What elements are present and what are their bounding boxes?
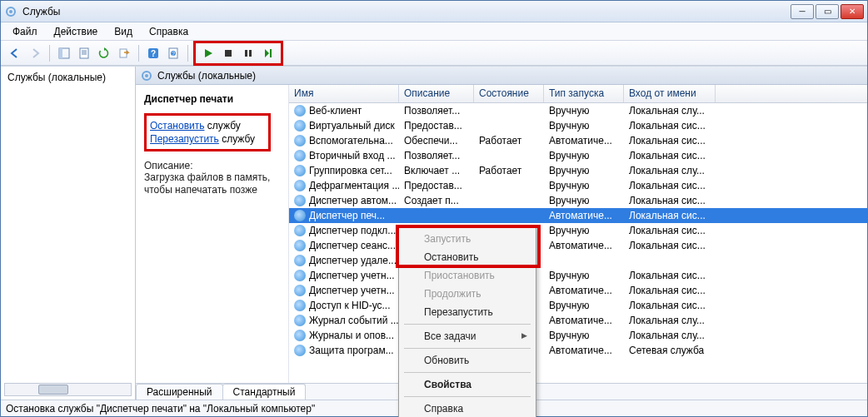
description-block: Описание: Загрузка файлов в память, чтоб… bbox=[144, 160, 282, 196]
cell-logon: Сетевая служба bbox=[624, 343, 716, 358]
stop-suffix: службу bbox=[205, 120, 241, 132]
cell-state bbox=[474, 208, 544, 223]
cm-separator bbox=[404, 372, 531, 373]
cm-all-tasks[interactable]: Все задачи bbox=[401, 327, 534, 345]
service-row[interactable]: Диспетчер автом...Создает п...ВручнуюЛок… bbox=[289, 193, 867, 208]
service-row[interactable]: Виртуальный дискПредостав...ВручнуюЛокал… bbox=[289, 118, 867, 133]
cell-startup: Вручную bbox=[544, 148, 624, 163]
service-row[interactable]: Диспетчер учетн...ВручнуюЛокальная сис..… bbox=[289, 268, 867, 283]
cell-name: Веб-клиент bbox=[289, 103, 399, 118]
cell-state bbox=[474, 118, 544, 133]
cell-logon: Локальная сис... bbox=[624, 178, 716, 193]
col-startup[interactable]: Тип запуска bbox=[544, 85, 624, 102]
cm-stop[interactable]: Остановить bbox=[401, 248, 534, 266]
col-description[interactable]: Описание bbox=[399, 85, 474, 102]
cm-start: Запустить bbox=[401, 230, 534, 248]
cell-startup: Автоматиче... bbox=[544, 283, 624, 298]
pause-service-button[interactable] bbox=[239, 44, 257, 62]
restart-suffix: службу bbox=[219, 133, 255, 145]
start-service-button[interactable] bbox=[199, 44, 217, 62]
forward-button[interactable] bbox=[26, 44, 44, 62]
service-row[interactable]: Защита програм...Автоматиче...Сетевая сл… bbox=[289, 343, 867, 358]
cell-name: Журнал событий ... bbox=[289, 313, 399, 328]
svg-rect-3 bbox=[59, 48, 62, 58]
service-row[interactable]: Диспетчер учетн...Автоматиче...Локальная… bbox=[289, 283, 867, 298]
menu-help[interactable]: Справка bbox=[142, 24, 195, 39]
tree-root[interactable]: Службы (локальные) bbox=[4, 70, 132, 85]
stop-service-link[interactable]: Остановить bbox=[150, 120, 205, 132]
scrollbar-thumb[interactable] bbox=[38, 385, 68, 395]
service-row[interactable]: Вспомогательна...Обеспечи...РаботаетАвто… bbox=[289, 133, 867, 148]
cell-name: Доступ к HID-ус... bbox=[289, 298, 399, 313]
tree-scrollbar[interactable] bbox=[4, 383, 132, 396]
service-row[interactable]: Диспетчер подкл...ВручнуюЛокальная сис..… bbox=[289, 223, 867, 238]
service-row[interactable]: Группировка сет...Включает ...РаботаетВр… bbox=[289, 163, 867, 178]
svg-rect-8 bbox=[120, 49, 127, 57]
minimize-button[interactable]: ─ bbox=[791, 4, 814, 19]
cell-desc: Создает п... bbox=[399, 193, 474, 208]
cell-logon: Локальная слу... bbox=[624, 313, 716, 328]
cell-logon: Локальная слу... bbox=[624, 163, 716, 178]
cell-desc bbox=[399, 208, 474, 223]
back-button[interactable] bbox=[6, 44, 24, 62]
col-logon[interactable]: Вход от имени bbox=[624, 85, 716, 102]
svg-rect-16 bbox=[249, 50, 252, 57]
service-context-menu: Запустить Остановить Приостановить Продо… bbox=[398, 227, 536, 417]
help-topics-button[interactable]: ? bbox=[164, 44, 182, 62]
services-list: Имя Описание Состояние Тип запуска Вход … bbox=[289, 85, 867, 383]
cm-separator bbox=[404, 348, 531, 349]
tree-pane: Службы (локальные) bbox=[1, 67, 136, 400]
service-row[interactable]: Диспетчер печ...Автоматиче...Локальная с… bbox=[289, 208, 867, 223]
service-row[interactable]: Вторичный вход ...Позволяет...ВручнуюЛок… bbox=[289, 148, 867, 163]
cell-name: Диспетчер автом... bbox=[289, 193, 399, 208]
cell-name: Вторичный вход ... bbox=[289, 148, 399, 163]
tab-standard[interactable]: Стандартный bbox=[222, 384, 307, 400]
svg-rect-15 bbox=[245, 50, 247, 57]
svg-point-1 bbox=[9, 10, 12, 13]
detail-pane: Диспетчер печати Остановить службу Перез… bbox=[136, 85, 289, 383]
menu-action[interactable]: Действие bbox=[47, 24, 105, 39]
cell-name: Журналы и опов... bbox=[289, 328, 399, 343]
svg-text:?: ? bbox=[172, 51, 175, 57]
window-controls: ─ ▭ ✕ bbox=[789, 4, 864, 19]
menu-view[interactable]: Вид bbox=[107, 24, 139, 39]
service-row[interactable]: Дефрагментация ...Предостав...ВручнуюЛок… bbox=[289, 178, 867, 193]
stop-service-button[interactable] bbox=[219, 44, 237, 62]
service-row[interactable]: Журналы и опов...ВручнуюЛокальная слу... bbox=[289, 328, 867, 343]
col-name[interactable]: Имя bbox=[289, 85, 399, 102]
restart-service-link[interactable]: Перезапустить bbox=[150, 133, 219, 145]
cm-refresh[interactable]: Обновить bbox=[401, 351, 534, 370]
menu-file[interactable]: Файл bbox=[6, 24, 44, 39]
col-state[interactable]: Состояние bbox=[474, 85, 544, 102]
cell-startup: Вручную bbox=[544, 178, 624, 193]
cm-properties[interactable]: Свойства bbox=[401, 375, 534, 394]
cm-restart[interactable]: Перезапустить bbox=[401, 303, 534, 321]
show-hide-tree-button[interactable] bbox=[55, 44, 73, 62]
service-control-group bbox=[193, 41, 283, 66]
service-row[interactable]: Журнал событий ...Автоматиче...Локальная… bbox=[289, 313, 867, 328]
tree-root-label: Службы (локальные) bbox=[7, 72, 106, 83]
refresh-button[interactable] bbox=[95, 44, 113, 62]
restart-service-button[interactable] bbox=[259, 44, 277, 62]
service-row[interactable]: Доступ к HID-ус...ВручнуюЛокальная сис..… bbox=[289, 298, 867, 313]
service-row[interactable]: Веб-клиентПозволяет...ВручнуюЛокальная с… bbox=[289, 103, 867, 118]
pane-header: Службы (локальные) bbox=[136, 67, 867, 85]
export-button[interactable] bbox=[115, 44, 133, 62]
maximize-button[interactable]: ▭ bbox=[816, 4, 839, 19]
window-title: Службы bbox=[22, 6, 784, 17]
cell-startup: Вручную bbox=[544, 298, 624, 313]
cell-startup: Автоматиче... bbox=[544, 133, 624, 148]
cm-help[interactable]: Справка bbox=[401, 400, 534, 417]
cell-desc: Позволяет... bbox=[399, 148, 474, 163]
titlebar: Службы ─ ▭ ✕ bbox=[1, 1, 867, 22]
cell-startup: Вручную bbox=[544, 103, 624, 118]
cell-startup bbox=[544, 253, 624, 268]
close-button[interactable]: ✕ bbox=[841, 4, 864, 19]
tab-extended[interactable]: Расширенный bbox=[136, 384, 223, 400]
cell-logon: Локальная сис... bbox=[624, 118, 716, 133]
service-row[interactable]: Диспетчер сеанс...Автоматиче...Локальная… bbox=[289, 238, 867, 253]
help-button[interactable]: ? bbox=[144, 44, 162, 62]
service-row[interactable]: Диспетчер удале... bbox=[289, 253, 867, 268]
toolbar-separator bbox=[49, 45, 50, 62]
properties-button[interactable] bbox=[75, 44, 93, 62]
